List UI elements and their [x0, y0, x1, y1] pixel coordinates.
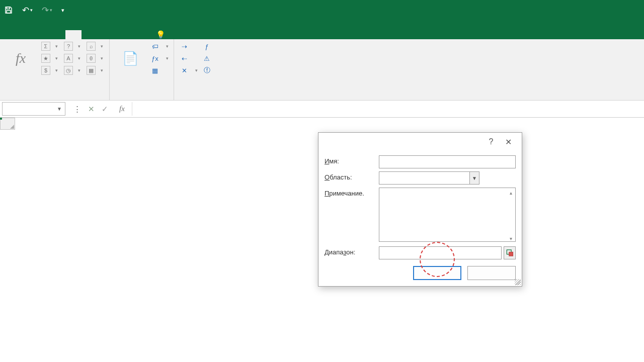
math-icon: θ	[87, 54, 96, 63]
scope-label: Область:	[325, 171, 379, 181]
group-label-audit	[178, 98, 640, 99]
help-button[interactable]: ?	[482, 137, 500, 146]
qat-more-icon[interactable]: ▾	[61, 7, 64, 14]
scope-select[interactable]	[379, 171, 469, 185]
chevron-down-icon: ▼	[57, 106, 62, 112]
scope-dropdown-button[interactable]: ▼	[469, 171, 479, 185]
svg-rect-0	[7, 7, 10, 9]
redo-icon[interactable]: ↷▾	[42, 5, 52, 16]
use-in-formula-button[interactable]: ƒx	[149, 53, 170, 63]
scroll-up-icon[interactable]: ▴	[507, 189, 515, 197]
show-formulas-button[interactable]: ƒ	[201, 41, 216, 51]
error-icon: ⚠	[202, 54, 212, 63]
insert-function-button[interactable]: fx	[4, 41, 37, 75]
logical-button[interactable]: ?	[62, 41, 83, 51]
datetime-button[interactable]: ◷	[62, 65, 83, 75]
tab-team[interactable]	[130, 30, 146, 39]
tab-view[interactable]	[114, 30, 130, 39]
trace-precedents-button[interactable]: ⇢	[178, 41, 199, 51]
remove-arrows-icon: ✕	[179, 66, 189, 75]
show-formulas-icon: ƒ	[202, 42, 212, 51]
comment-label: Примечание.	[325, 188, 379, 197]
autosum-button[interactable]: Σ	[39, 41, 60, 51]
error-checking-button[interactable]: ⚠	[201, 53, 216, 63]
text-icon: A	[64, 54, 73, 63]
formula-bar-buttons: ⋮ ✕ ✓	[69, 105, 112, 114]
logical-icon: ?	[64, 42, 73, 51]
tab-home[interactable]	[17, 30, 33, 39]
lookup-icon: ⌕	[87, 42, 96, 51]
clock-icon: ◷	[64, 66, 73, 75]
range-input[interactable]	[379, 246, 502, 259]
name-manager-icon: 📄	[122, 51, 138, 66]
group-label-functions	[4, 98, 105, 99]
math-button[interactable]: θ	[85, 53, 105, 63]
select-all-corner[interactable]	[0, 118, 15, 130]
group-label-names	[114, 98, 170, 99]
close-button[interactable]: ✕	[500, 137, 517, 147]
create-from-selection-button[interactable]: ▦	[149, 65, 170, 75]
create-icon: ▦	[150, 66, 160, 75]
formula-bar: ▼ ⋮ ✕ ✓ fx	[0, 101, 644, 118]
comment-textarea[interactable]	[379, 188, 516, 242]
accept-formula-icon[interactable]: ✓	[102, 105, 108, 114]
scroll-down-icon[interactable]: ▾	[507, 234, 515, 242]
trace-dependents-button[interactable]: ⇠	[178, 53, 199, 63]
name-input[interactable]	[379, 155, 516, 168]
tab-review[interactable]	[98, 30, 114, 39]
bulb-icon: 💡	[156, 30, 166, 39]
lookup-button[interactable]: ⌕	[85, 41, 105, 51]
text-functions-button[interactable]: A	[62, 53, 83, 63]
evaluate-formula-button[interactable]: ⓕ	[201, 65, 216, 75]
tag-icon: 🏷	[150, 42, 160, 51]
tab-insert[interactable]	[33, 30, 49, 39]
recent-functions-button[interactable]: ★	[39, 53, 60, 63]
tab-data[interactable]	[82, 30, 98, 39]
quick-access-toolbar: ↶▾ ↷▾ ▾	[4, 5, 64, 16]
name-box[interactable]: ▼	[2, 102, 65, 116]
cancel-formula-icon[interactable]: ✕	[88, 105, 95, 114]
formula-input[interactable]	[132, 102, 642, 116]
financial-button[interactable]: $	[39, 65, 60, 75]
new-name-dialog: ? ✕ Имя: Область: ▼ Примечание. ▴ ▾ Диап…	[318, 132, 522, 287]
dialog-titlebar[interactable]: ? ✕	[318, 133, 522, 151]
group-function-library: fx Σ ★ $ ? A ◷ ⌕ θ ▦	[0, 39, 110, 100]
title-bar: ↶▾ ↷▾ ▾	[0, 0, 644, 20]
tab-page-layout[interactable]	[49, 30, 65, 39]
financial-icon: $	[41, 66, 50, 75]
group-formula-auditing: ⇢ ⇠ ✕ ƒ ⚠ ⓕ	[174, 39, 644, 100]
remove-arrows-button[interactable]: ✕	[178, 65, 199, 75]
ribbon-tabs: 💡	[0, 20, 644, 39]
tell-me-box[interactable]: 💡	[156, 30, 169, 39]
range-picker-button[interactable]	[504, 246, 516, 259]
define-name-button[interactable]: 🏷	[149, 41, 170, 51]
svg-rect-3	[509, 252, 513, 256]
resize-grip[interactable]	[515, 279, 521, 285]
recent-icon: ★	[41, 54, 50, 63]
ribbon: fx Σ ★ $ ? A ◷ ⌕ θ ▦	[0, 39, 644, 101]
ok-button[interactable]	[413, 266, 461, 280]
group-defined-names: 📄 🏷 ƒx ▦	[110, 39, 174, 100]
dependents-icon: ⇠	[179, 54, 189, 63]
sigma-icon: Σ	[41, 42, 50, 51]
more-functions-button[interactable]: ▦	[85, 65, 105, 75]
fx-label-icon[interactable]: fx	[116, 105, 128, 113]
range-label: Диапазон:	[325, 246, 379, 256]
fx-icon: fx	[16, 51, 26, 66]
undo-icon[interactable]: ↶▾	[22, 5, 33, 16]
fx-small-icon: ƒx	[150, 54, 160, 63]
name-label: Имя:	[325, 155, 379, 165]
evaluate-icon: ⓕ	[202, 66, 212, 75]
more-icon: ▦	[87, 66, 96, 75]
cancel-button[interactable]	[467, 266, 516, 280]
precedents-icon: ⇢	[179, 42, 189, 51]
name-manager-button[interactable]: 📄	[114, 41, 147, 75]
tab-file[interactable]	[1, 30, 17, 39]
tab-formulas[interactable]	[65, 30, 82, 39]
save-icon[interactable]	[4, 6, 13, 15]
svg-rect-1	[7, 11, 11, 13]
